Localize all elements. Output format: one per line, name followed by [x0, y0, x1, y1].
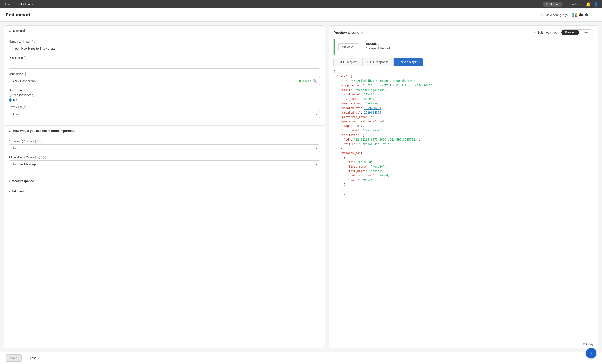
notification-icon[interactable]: 🔔: [586, 2, 591, 7]
breadcrumb: Home › ... › Edit import: [4, 3, 34, 6]
api-name-select[interactable]: chat: [9, 144, 320, 152]
name-field-group: Name your import * ?: [9, 40, 320, 52]
sandbox-env-button[interactable]: Sandbox: [566, 2, 583, 7]
import-section-header[interactable]: ▲ How would you like the records importe…: [4, 125, 324, 136]
slack-logo-icon: [572, 13, 577, 17]
radio-no-input[interactable]: [9, 98, 12, 102]
main-content: ▲ General Name your import * ? Descripti…: [0, 22, 602, 352]
connection-left: Slack Connection: [12, 79, 35, 83]
api-endpoint-field-group: API endpoint (Operation) * ? chat.postMe…: [9, 156, 320, 168]
edit-mock-input-button[interactable]: ✏ Edit mock input: [534, 31, 558, 34]
json-output: { "data": { "id": "43e2efad-db24-4e8a-80…: [329, 66, 598, 340]
pencil-icon: ✏: [534, 31, 536, 34]
api-endpoint-help-icon[interactable]: ?: [43, 156, 46, 159]
connection-field[interactable]: Slack Connection Online 🔍: [9, 77, 320, 85]
mock-response-label: Mock response: [12, 179, 34, 183]
connection-label: Connection ?: [9, 72, 320, 76]
help-bubble[interactable]: ?: [586, 348, 596, 358]
one-to-many-help-icon[interactable]: ?: [26, 89, 29, 92]
description-help-icon[interactable]: ?: [24, 56, 27, 60]
preview-send-toggle: Preview Send: [561, 29, 593, 35]
slack-sq-teal1: [572, 13, 574, 15]
radio-no-label: No: [13, 98, 17, 102]
breadcrumb-current: Edit import: [21, 3, 34, 6]
tab-http-response[interactable]: HTTP response: [362, 58, 394, 66]
slack-logo: slack: [572, 12, 588, 17]
preview-status-bar: Preview › Success! 1 Page, 1 Record: [333, 39, 593, 55]
record-text: 1 Page, 1 Record: [366, 47, 589, 50]
import-section-body: API name (Resource) * ? chat API endpoin…: [4, 136, 324, 176]
copy-label[interactable]: Copy: [586, 342, 593, 346]
close-button[interactable]: ✕: [593, 12, 596, 18]
tab-http-request[interactable]: HTTP request: [333, 58, 362, 66]
api-name-label: API name (Resource) * ?: [9, 140, 320, 143]
advanced-header[interactable]: ▾ Advanced: [4, 186, 324, 197]
breadcrumb-more[interactable]: ...: [15, 3, 17, 6]
name-help-icon[interactable]: ?: [34, 40, 37, 43]
name-input[interactable]: [9, 45, 320, 52]
form-view-field-group: Form view ? Slack: [9, 105, 320, 118]
page-title: Edit import: [6, 12, 31, 18]
top-nav-right: Production Sandbox 🔔 👤: [542, 2, 598, 7]
online-dot: [299, 80, 301, 82]
api-endpoint-required: *: [41, 156, 42, 159]
radio-yes[interactable]: Yes (advanced): [9, 93, 320, 97]
preview-send-help-icon[interactable]: ?: [361, 31, 364, 34]
search-icon[interactable]: 🔍: [313, 79, 317, 83]
name-required: *: [32, 40, 33, 43]
radio-no[interactable]: No: [9, 98, 320, 102]
copy-icon[interactable]: ⧉: [583, 342, 585, 346]
preview-action-button[interactable]: Preview ›: [338, 43, 358, 50]
tab-parsed-output[interactable]: Parsed output: [394, 58, 423, 66]
api-name-select-wrapper: chat: [9, 144, 320, 152]
description-input[interactable]: [9, 61, 320, 69]
slack-sq-green: [572, 15, 574, 17]
debug-logs-link[interactable]: ⚙ View debug logs: [541, 13, 568, 17]
send-toggle-button[interactable]: Send: [579, 30, 593, 35]
breadcrumb-sep2: ›: [19, 3, 20, 6]
json-data-key: "data": [337, 75, 347, 78]
top-nav: Home › ... › Edit import Production Sand…: [0, 0, 602, 9]
api-endpoint-select[interactable]: chat.postMessage: [9, 160, 320, 168]
api-name-help-icon[interactable]: ?: [39, 140, 42, 143]
copy-footer: ⧉ Copy: [329, 340, 598, 348]
json-open-brace: {: [333, 70, 335, 73]
right-panel-controls: ✏ Edit mock input Preview Send: [534, 29, 593, 35]
general-section-header[interactable]: ▲ General: [4, 26, 324, 36]
production-env-button[interactable]: Production: [542, 2, 562, 7]
mock-response-header[interactable]: ▾ Mock response: [4, 176, 324, 186]
slack-sq-yellow: [575, 13, 577, 15]
description-label: Description ?: [9, 56, 320, 60]
general-section-body: Name your import * ? Description ? Conne…: [4, 36, 324, 125]
one-to-many-field-group: One to many ? Yes (advanced) No: [9, 89, 320, 102]
advanced-label: Advanced: [12, 190, 26, 193]
close-button-footer[interactable]: Close: [24, 354, 41, 361]
debug-logs-icon: ⚙: [541, 13, 544, 17]
breadcrumb-home[interactable]: Home: [4, 3, 11, 6]
preview-toggle-button[interactable]: Preview: [561, 30, 579, 35]
connection-value: Slack Connection: [12, 79, 35, 83]
success-text: Success!: [366, 42, 589, 46]
form-view-select[interactable]: Slack: [9, 110, 320, 118]
slack-label: slack: [578, 12, 588, 17]
api-name-field-group: API name (Resource) * ? chat: [9, 140, 320, 152]
radio-yes-label: Yes (advanced): [13, 93, 34, 97]
form-view-help-icon[interactable]: ?: [22, 105, 26, 109]
connection-help-icon[interactable]: ?: [24, 72, 27, 76]
advanced-chevron-icon: ▾: [9, 190, 10, 193]
preview-send-title-text: Preview & send: [333, 31, 360, 34]
save-button[interactable]: Save: [6, 354, 22, 362]
online-text: Online: [303, 79, 311, 83]
form-view-label: Form view ?: [9, 105, 320, 109]
form-view-select-wrapper: Slack: [9, 110, 320, 118]
import-chevron-icon: ▲: [9, 129, 11, 132]
api-endpoint-select-wrapper: chat.postMessage: [9, 160, 320, 168]
breadcrumb-sep1: ›: [13, 3, 14, 6]
slack-sq-pink: [575, 15, 577, 17]
user-icon[interactable]: 👤: [593, 2, 598, 7]
connection-field-group: Connection ? Slack Connection Online 🔍: [9, 72, 320, 85]
updated-at-value[interactable]: 1559290238: [364, 106, 381, 110]
success-area: Success! 1 Page, 1 Record: [362, 39, 593, 54]
radio-yes-input[interactable]: [9, 94, 12, 97]
created-at-value[interactable]: 1529614056: [364, 111, 381, 114]
